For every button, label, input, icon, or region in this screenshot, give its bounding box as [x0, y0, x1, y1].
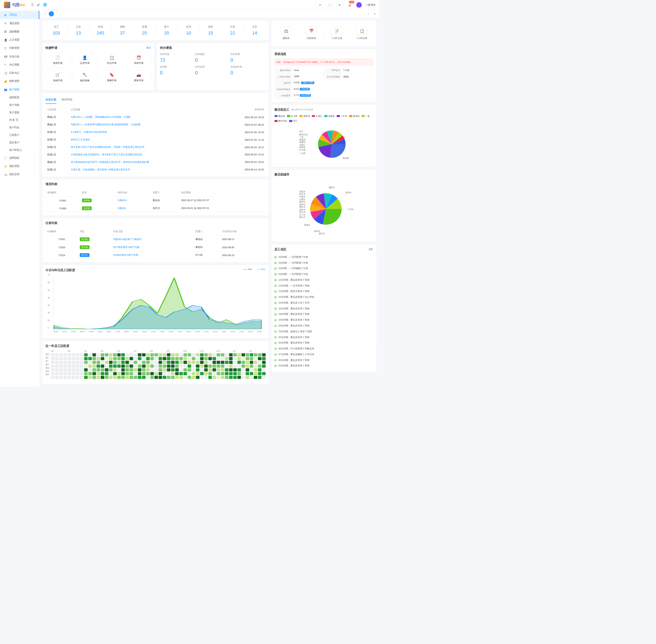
heatmap-cell[interactable] [213, 368, 216, 372]
heatmap-cell[interactable] [246, 353, 249, 356]
sidebar-item-6[interactable]: ✎办公审批⌄ [0, 60, 39, 69]
pending-item[interactable]: 待审合同0 [195, 65, 230, 76]
heatmap-cell[interactable] [192, 365, 195, 368]
heatmap-cell[interactable] [167, 368, 170, 372]
sidebar-item-12[interactable]: 📖知识文章⌄ [0, 170, 39, 179]
quick-apply-item[interactable]: 🛒采购申请 [45, 70, 70, 85]
sidebar-item-0[interactable]: ⊞工作台 [0, 11, 39, 19]
tab-home[interactable]: ⌂ [49, 11, 54, 16]
heatmap-cell[interactable] [72, 376, 75, 379]
heatmap-cell[interactable] [92, 372, 96, 375]
stat-item[interactable]: 审批245 [90, 24, 112, 37]
activity-item[interactable]: 20分钟前，素还真登录了系统 [274, 323, 373, 329]
heatmap-cell[interactable] [117, 365, 121, 368]
heatmap-cell[interactable] [68, 368, 71, 372]
quick-apply-item[interactable]: 🚗用车申请 [126, 70, 151, 85]
heatmap-cell[interactable] [72, 368, 75, 372]
announce-link[interactable]: 全体员工开会通知 [71, 138, 90, 141]
heatmap-cell[interactable] [237, 353, 241, 356]
heatmap-cell[interactable] [163, 361, 166, 364]
heatmap-cell[interactable] [68, 365, 71, 368]
heatmap-cell[interactable] [208, 353, 212, 356]
heatmap-cell[interactable] [204, 365, 208, 368]
heatmap-cell[interactable] [154, 376, 158, 379]
heatmap-cell[interactable] [105, 353, 108, 356]
heatmap-cell[interactable] [80, 357, 83, 360]
heatmap-cell[interactable] [237, 357, 241, 360]
heatmap-cell[interactable] [146, 361, 150, 364]
heatmap-cell[interactable] [146, 368, 150, 372]
activity-item[interactable]: 3分钟前，一页书新增了任务 [274, 254, 373, 260]
heatmap-cell[interactable] [117, 361, 121, 364]
heatmap-cell[interactable] [217, 368, 220, 372]
heatmap-cell[interactable] [113, 365, 117, 368]
heatmap-cell[interactable] [80, 376, 83, 379]
heatmap-cell[interactable] [76, 372, 79, 375]
action-card[interactable]: 📝+工作汇报 [325, 24, 348, 43]
activity-item[interactable]: 3分钟前，一页书新增了任务 [274, 260, 373, 266]
heatmap-cell[interactable] [171, 368, 175, 372]
pending-item[interactable]: 待回款0 [160, 65, 195, 76]
table-row[interactable]: 紧急公告勾股CMS——轻量级、高性能极速后台开发框架，开源啦2022-06-18… [45, 113, 265, 121]
heatmap-cell[interactable] [262, 361, 265, 364]
heatmap-cell[interactable] [250, 372, 253, 375]
quick-apply-item[interactable]: 🔧物品维修 [72, 70, 97, 85]
heatmap-cell[interactable] [262, 368, 265, 372]
heatmap-cell[interactable] [129, 361, 133, 364]
heatmap-cell[interactable] [250, 368, 253, 372]
announce-link[interactable]: 开源不易，方便你我他，请尽量发一些看起来正常的文字 [71, 168, 130, 171]
heatmap-cell[interactable] [109, 372, 112, 375]
heatmap-cell[interactable] [233, 357, 236, 360]
heatmap-cell[interactable] [200, 361, 203, 364]
heatmap-cell[interactable] [254, 376, 257, 379]
heatmap-cell[interactable] [175, 365, 179, 368]
heatmap-cell[interactable] [134, 353, 137, 356]
activity-item[interactable]: 19分钟前，素还真登录了系统 [274, 317, 373, 323]
heatmap-cell[interactable] [138, 368, 141, 372]
pending-item[interactable]: 待审报销0 [195, 53, 230, 63]
heatmap-cell[interactable] [171, 372, 175, 375]
heatmap-cell[interactable] [129, 368, 133, 372]
heatmap-cell[interactable] [76, 361, 79, 364]
heatmap-cell[interactable] [59, 376, 63, 379]
stat-item[interactable]: 报销37 [111, 24, 134, 37]
heatmap-cell[interactable] [101, 368, 104, 372]
action-card[interactable]: 📅日程安排 [300, 24, 323, 43]
heatmap-cell[interactable] [204, 353, 208, 356]
heatmap-cell[interactable] [221, 376, 224, 379]
heatmap-cell[interactable] [225, 376, 228, 379]
heatmap-cell[interactable] [138, 365, 141, 368]
heatmap-cell[interactable] [163, 372, 166, 375]
heatmap-cell[interactable] [142, 365, 146, 368]
table-row[interactable]: 紧急公告勾股DEV——任务管理与团队协作的任务/项目管理系统，开源的哦2022-… [45, 121, 265, 128]
heatmap-cell[interactable] [59, 361, 63, 364]
heatmap-cell[interactable] [76, 365, 79, 368]
activity-item[interactable]: 4分钟前，一页书编辑了任务 [274, 266, 373, 271]
heatmap-cell[interactable] [92, 365, 96, 368]
table-row[interactable]: 普通公告开源是需要大家共同维护的，请不要发只有几个英文或者数字的内容2022-0… [45, 151, 265, 158]
heatmap-cell[interactable] [150, 357, 154, 360]
heatmap-cell[interactable] [84, 376, 87, 379]
heatmap-cell[interactable] [167, 365, 170, 368]
tabs-more[interactable]: ▾ [373, 12, 376, 15]
heatmap-cell[interactable] [142, 357, 146, 360]
heatmap-cell[interactable] [258, 357, 261, 360]
heatmap-cell[interactable] [63, 365, 67, 368]
heatmap-cell[interactable] [109, 357, 112, 360]
table-row[interactable]: P1000未开始勾股OA花伴月2022-06-01 至 2022-07-31 [45, 205, 265, 212]
activity-item[interactable]: 49分钟前，素还真登录了系统 [274, 357, 373, 363]
heatmap-cell[interactable] [150, 372, 154, 375]
heatmap-cell[interactable] [246, 361, 249, 364]
activity-item[interactable]: 47分钟前，素还真编辑了工作记录 [274, 351, 373, 357]
heatmap-cell[interactable] [196, 353, 199, 356]
activity-item[interactable]: 25分钟前，素还真登录了系统 [274, 334, 373, 340]
heatmap-cell[interactable] [200, 357, 203, 360]
heatmap-cell[interactable] [63, 368, 67, 372]
action-card[interactable]: 📋+工作记录 [350, 24, 373, 43]
action-card[interactable]: 📇通讯录 [274, 24, 297, 43]
heatmap-cell[interactable] [109, 365, 112, 368]
heatmap-cell[interactable] [196, 361, 199, 364]
heatmap-cell[interactable] [138, 353, 141, 356]
heatmap-cell[interactable] [63, 372, 67, 375]
heatmap-cell[interactable] [88, 372, 92, 375]
